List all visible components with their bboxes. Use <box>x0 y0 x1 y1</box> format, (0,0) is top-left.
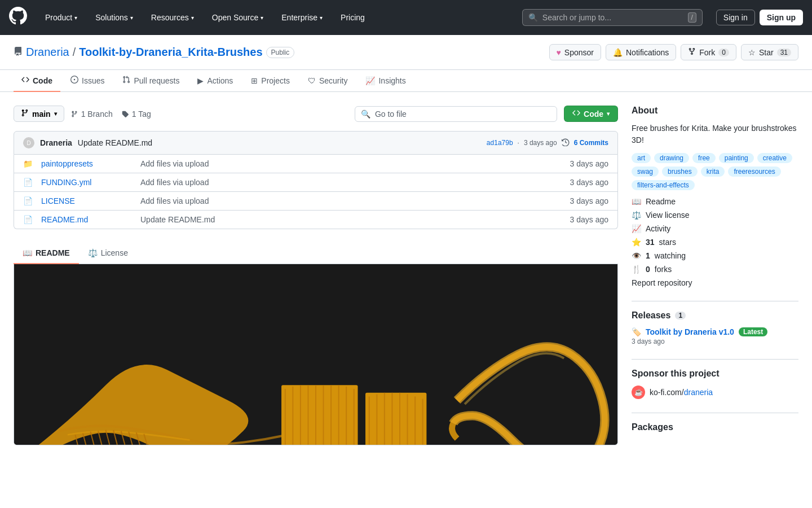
tab-projects[interactable]: ⊞ Projects <box>243 70 298 92</box>
tag-free[interactable]: free <box>692 153 716 163</box>
readme-link[interactable]: 📖 Readme <box>632 197 798 206</box>
repo-name-link[interactable]: Toolkit-by-Draneria_Krita-Brushes <box>79 46 262 59</box>
navbar-solutions[interactable]: Solutions ▾ <box>91 10 138 25</box>
file-time: 3 days ago <box>570 178 609 187</box>
table-row: 📄 LICENSE Add files via upload 3 days ag… <box>14 192 617 211</box>
file-time: 3 days ago <box>570 215 609 224</box>
divider <box>632 413 798 413</box>
chevron-down-icon: ▾ <box>261 15 263 21</box>
file-name[interactable]: FUNDING.yml <box>41 178 131 187</box>
heart-icon: ♥ <box>557 48 561 57</box>
fork-icon <box>688 47 696 57</box>
slash-hint: / <box>688 12 696 23</box>
navbar-actions: Sign in Sign up <box>716 10 803 25</box>
divider <box>632 359 798 360</box>
branch-meta: 1 Branch 1 Tag <box>71 110 151 119</box>
license-link[interactable]: ⚖️ View license <box>632 211 798 220</box>
fork-button[interactable]: Fork 0 <box>681 44 736 60</box>
release-date: 3 days ago <box>632 338 798 345</box>
navbar-resources[interactable]: Resources ▾ <box>147 10 198 25</box>
sponsor-section: Sponsor this project ☕ ko-fi.com/draneri… <box>632 369 798 399</box>
file-commit-msg: Add files via upload <box>140 159 561 168</box>
code-button[interactable]: Code ▾ <box>564 106 618 122</box>
pulse-icon: 📈 <box>632 224 641 233</box>
file-name[interactable]: README.md <box>41 215 131 224</box>
navbar-pricing[interactable]: Pricing <box>336 10 369 25</box>
tag-art[interactable]: art <box>632 153 651 163</box>
about-description: Free brushes for Krita. Make your brushs… <box>632 122 798 146</box>
readme-image <box>14 264 617 445</box>
sponsor-button[interactable]: ♥ Sponsor <box>549 44 601 60</box>
tag-krita[interactable]: krita <box>701 167 725 177</box>
navbar-product[interactable]: Product ▾ <box>41 10 82 25</box>
commit-hash[interactable]: ad1a79b <box>487 139 513 147</box>
search-icon: 🔍 <box>361 110 370 119</box>
tag-creative[interactable]: creative <box>757 153 792 163</box>
search-input[interactable] <box>542 13 683 22</box>
packages-section: Packages <box>632 422 798 432</box>
github-logo[interactable] <box>9 7 27 28</box>
tab-issues[interactable]: Issues <box>63 70 112 92</box>
tab-readme[interactable]: 📖 README <box>14 243 79 264</box>
table-row: 📄 FUNDING.yml Add files via upload 3 day… <box>14 173 617 192</box>
star-icon: ☆ <box>748 48 756 57</box>
branch-count[interactable]: 1 Branch <box>71 110 113 119</box>
breadcrumb: Draneria / Toolkit-by-Draneria_Krita-Bru… <box>14 46 294 59</box>
release-link[interactable]: Toolkit by Draneria v1.0 <box>646 327 734 336</box>
activity-link[interactable]: 📈 Activity <box>632 224 798 233</box>
svg-rect-22 <box>365 393 426 445</box>
packages-title: Packages <box>632 422 798 432</box>
file-time: 3 days ago <box>570 159 609 168</box>
history-icon <box>562 138 570 148</box>
star-button[interactable]: ☆ Star 31 <box>741 44 798 60</box>
tag-painting[interactable]: painting <box>719 153 754 163</box>
commit-author[interactable]: Draneria <box>40 138 72 147</box>
tab-security[interactable]: 🛡 Security <box>300 70 356 92</box>
commit-meta: ad1a79b · 3 days ago 6 Commits <box>487 138 608 148</box>
readme-icon: 📖 <box>23 248 32 257</box>
tags-container: art drawing free painting creative swag … <box>632 153 798 190</box>
sponsor-link[interactable]: ☕ ko-fi.com/draneria <box>632 386 798 399</box>
commit-bar: D Draneria Update README.md ad1a79b · 3 … <box>14 131 618 155</box>
chevron-down-icon: ▾ <box>74 15 77 21</box>
tab-license[interactable]: ⚖️ License <box>79 243 137 264</box>
sign-in-button[interactable]: Sign in <box>716 10 755 25</box>
latest-badge: Latest <box>739 327 767 336</box>
tag-drawing[interactable]: drawing <box>654 153 689 163</box>
navbar-enterprise[interactable]: Enterprise ▾ <box>277 10 327 25</box>
file-name[interactable]: LICENSE <box>41 196 131 205</box>
notifications-button[interactable]: 🔔 Notifications <box>606 44 676 60</box>
commit-count[interactable]: 6 Commits <box>574 139 608 147</box>
file-search-input[interactable] <box>375 110 551 119</box>
about-title: About <box>632 106 798 116</box>
chevron-down-icon: ▾ <box>191 15 194 21</box>
file-name[interactable]: paintoppresets <box>41 159 131 168</box>
breadcrumb-separator: / <box>73 46 76 59</box>
navbar-open-source[interactable]: Open Source ▾ <box>208 10 268 25</box>
sponsor-title: Sponsor this project <box>632 369 798 379</box>
branch-selector[interactable]: main ▾ <box>14 106 64 122</box>
report-link[interactable]: Report repository <box>632 278 798 287</box>
chevron-down-icon: ▾ <box>320 15 323 21</box>
tab-pull-requests[interactable]: Pull requests <box>114 70 187 92</box>
file-icon: 📄 <box>23 178 32 187</box>
scale-icon: ⚖️ <box>632 211 641 220</box>
repo-owner-link[interactable]: Draneria <box>26 46 69 59</box>
file-toolbar: main ▾ 1 Branch 1 Tag 🔍 <box>14 106 618 122</box>
tab-code[interactable]: Code <box>14 70 60 92</box>
file-search: 🔍 <box>355 106 557 122</box>
code-icon <box>21 76 29 85</box>
tag-swag[interactable]: swag <box>632 167 659 177</box>
tag-brushes[interactable]: brushes <box>662 167 698 177</box>
branch-icon <box>21 109 29 119</box>
tag-filters-and-effects[interactable]: filters-and-effects <box>632 180 695 190</box>
sign-up-button[interactable]: Sign up <box>760 10 803 25</box>
tag-count[interactable]: 1 Tag <box>122 110 151 119</box>
code-icon <box>572 109 580 119</box>
file-commit-msg: Add files via upload <box>140 178 561 187</box>
file-commit-msg: Add files via upload <box>140 196 561 205</box>
table-row: 📁 paintoppresets Add files via upload 3 … <box>14 155 617 173</box>
tag-freeresources[interactable]: freeresources <box>728 167 780 177</box>
tab-insights[interactable]: 📈 Insights <box>358 70 413 92</box>
tab-actions[interactable]: ▶ Actions <box>189 70 241 92</box>
